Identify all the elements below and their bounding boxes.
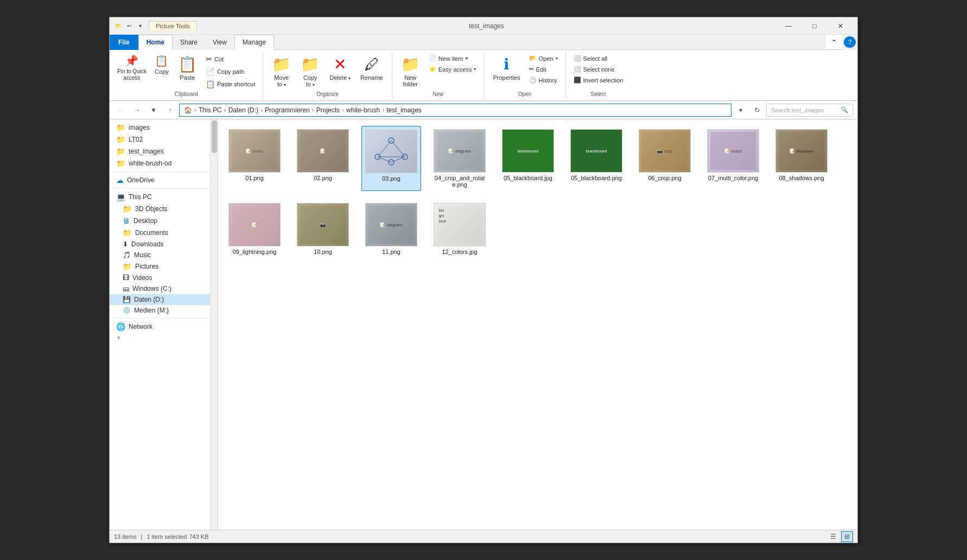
select-all-icon: ⬜ (574, 55, 581, 62)
ribbon-collapse-btn[interactable]: ⌃ (826, 35, 842, 50)
cut-button[interactable]: ✂ Cut (202, 53, 258, 65)
minimize-button[interactable]: — (776, 17, 801, 35)
file-item-01[interactable]: 📝 notes 01.png (225, 126, 284, 191)
clipboard-buttons: 📌 Pin to Quickaccess 📋 Copy 📋 Paste ✂ Cu (114, 53, 258, 90)
filename-05a: 05_blackboard.jpg (504, 175, 552, 181)
sidebar-item-desktop[interactable]: 🖥 Desktop (110, 215, 218, 227)
copy-path-button[interactable]: 📄 Copy path (202, 66, 258, 78)
sidebar-item-this-pc[interactable]: 💻 This PC (110, 191, 218, 203)
select-all-button[interactable]: ⬜ Select all (570, 53, 627, 63)
ribbon-group-clipboard: 📌 Pin to Quickaccess 📋 Copy 📋 Paste ✂ Cu (110, 52, 263, 98)
tab-file[interactable]: File (110, 35, 138, 50)
help-button[interactable]: ? (844, 36, 856, 48)
sidebar-item-medien-m[interactable]: 💿 Medien (M:) (110, 305, 218, 316)
new-item-icon: 📄 (429, 55, 436, 62)
breadcrumb-white-brush[interactable]: white-brush (346, 106, 380, 114)
invert-selection-button[interactable]: ⬛ Invert selection (570, 75, 627, 85)
organize-buttons: 📁 Moveto ▾ 📁 Copyto ▾ ✕ Delete ▾ 🖊 Renam… (268, 53, 387, 90)
medien-drive-icon: 💿 (123, 307, 131, 314)
ribbon-group-open: ℹ Properties 📂 Open ▾ ✏ Edit 🕐 (484, 52, 565, 98)
properties-button[interactable]: ℹ Properties (488, 53, 524, 83)
dropdown-icon-title[interactable]: ▾ (136, 22, 144, 30)
file-item-03[interactable]: 03.png (361, 126, 421, 191)
forward-button[interactable]: → (130, 103, 144, 117)
sidebar-item-videos[interactable]: 🎞 Videos (110, 272, 218, 283)
search-bar[interactable]: Search test_images 🔍 (766, 104, 853, 117)
pin-icon: 📌 (125, 54, 138, 67)
up-button[interactable]: ↑ (163, 103, 177, 117)
filename-06: 06_crop.png (648, 175, 681, 181)
select-none-button[interactable]: ⬜ Select none (570, 64, 627, 74)
close-button[interactable]: ✕ (828, 17, 853, 35)
sidebar-item-network[interactable]: 🌐 Network (110, 321, 218, 333)
file-item-02[interactable]: 📝 02.png (293, 126, 353, 191)
file-item-05a[interactable]: blackboard 05_blackboard.jpg (498, 126, 558, 191)
breadcrumb-test-images[interactable]: test_images (386, 106, 422, 114)
file-item-08[interactable]: 📝 shadows 08_shadows.png (772, 126, 831, 191)
easy-access-button[interactable]: ⭐ Easy access ▾ (425, 64, 480, 74)
breadcrumb-daten[interactable]: Daten (D:) (228, 106, 258, 114)
copy-icon: 📋 (155, 54, 168, 67)
file-item-10[interactable]: 📷 10.png (293, 200, 353, 258)
edit-button[interactable]: ✏ Edit (526, 64, 561, 74)
tab-manage[interactable]: Manage (234, 35, 274, 50)
undo-icon[interactable]: ↩ (125, 22, 133, 30)
sidebar-item-documents[interactable]: 📁 Documents (110, 227, 218, 239)
file-item-06[interactable]: 📸 crop 06_crop.png (635, 126, 695, 191)
sidebar-scrollbar[interactable] (210, 119, 218, 530)
breadcrumb-this-pc[interactable]: This PC (199, 106, 222, 114)
history-button[interactable]: 🕐 History (526, 75, 561, 85)
large-icons-view-button[interactable]: ⊞ (841, 531, 853, 542)
rename-button[interactable]: 🖊 Rename (356, 53, 387, 83)
sidebar-item-3d-objects[interactable]: 📁 3D Objects (110, 203, 218, 215)
refresh-button[interactable]: ↻ (750, 103, 764, 117)
sidebar-item-downloads[interactable]: ⬇ Downloads (110, 239, 218, 250)
sidebar-item-windows-c[interactable]: 🖴 Windows (C:) (110, 283, 218, 294)
tab-home[interactable]: Home (138, 35, 173, 50)
file-item-12[interactable]: blu g/n brun 12_colors.jpg (430, 200, 489, 258)
copy-button[interactable]: 📋 Copy (151, 53, 173, 76)
details-view-button[interactable]: ☰ (827, 531, 839, 542)
new-item-button[interactable]: 📄 New item ▾ (425, 53, 480, 63)
file-item-07[interactable]: 📝 notes 07_multi_color.png (703, 126, 763, 191)
sidebar-item-images[interactable]: 📁 images (110, 122, 218, 133)
file-item-11[interactable]: 📝 diagram 11.png (361, 200, 421, 258)
sidebar-item-pictures[interactable]: 📁 Pictures (110, 260, 218, 272)
sidebar-item-lt02[interactable]: 📁 LT02 (110, 133, 218, 145)
sidebar-item-white-brush-od[interactable]: 📁 white-brush-od (110, 157, 218, 169)
file-item-05b[interactable]: blackboard 05_blackboard.png (567, 126, 626, 191)
select-small-buttons: ⬜ Select all ⬜ Select none ⬛ Invert sele… (570, 53, 627, 85)
delete-button[interactable]: ✕ Delete ▾ (325, 53, 355, 83)
tab-share[interactable]: Share (173, 35, 205, 50)
recent-locations-button[interactable]: ▼ (147, 103, 161, 117)
breadcrumb-programmieren[interactable]: Programmieren (265, 106, 310, 114)
thumbnail-12: blu g/n brun (434, 203, 486, 246)
address-dropdown-button[interactable]: ▾ (734, 103, 748, 117)
sidebar-item-music[interactable]: 🎵 Music (110, 250, 218, 260)
sidebar-label-pictures: Pictures (135, 263, 158, 270)
paste-button[interactable]: 📋 Paste (174, 53, 201, 83)
folder-icon-title: 📁 (114, 22, 123, 30)
thumbnail-06: 📸 crop (639, 129, 691, 173)
file-item-09[interactable]: 📝 09_lightning.png (225, 200, 284, 258)
address-path[interactable]: 🏠 › This PC › Daten (D:) › Programmieren… (179, 104, 731, 117)
maximize-button[interactable]: □ (802, 17, 827, 35)
sidebar-item-daten-d[interactable]: 💾 Daten (D:) (110, 294, 218, 305)
sidebar-label-images: images (129, 124, 150, 131)
sidebar-item-onedrive[interactable]: ☁ OneDrive (110, 174, 218, 186)
breadcrumb-projects[interactable]: Projects (316, 106, 340, 114)
picture-tools-tab[interactable]: Picture Tools (149, 21, 197, 30)
tab-view[interactable]: View (205, 35, 234, 50)
scrollbar-thumb[interactable] (212, 120, 217, 153)
open-button[interactable]: 📂 Open ▾ (526, 53, 561, 63)
paste-shortcut-button[interactable]: 📋 Paste shortcut (202, 78, 258, 90)
sidebar-item-test-images[interactable]: 📁 test_images (110, 145, 218, 157)
new-folder-button[interactable]: 📁 Newfolder (397, 53, 424, 90)
back-button[interactable]: ← (114, 103, 128, 117)
pin-to-quick-access-button[interactable]: 📌 Pin to Quickaccess (114, 53, 150, 82)
move-to-button[interactable]: 📁 Moveto ▾ (268, 53, 295, 90)
file-item-04[interactable]: 📝 diagram 04_crop_and_rotate.png (430, 126, 489, 191)
copy-to-button[interactable]: 📁 Copyto ▾ (296, 53, 324, 90)
file-view[interactable]: 📝 notes 01.png 📝 02.png (218, 119, 857, 530)
filename-02: 02.png (314, 175, 332, 181)
